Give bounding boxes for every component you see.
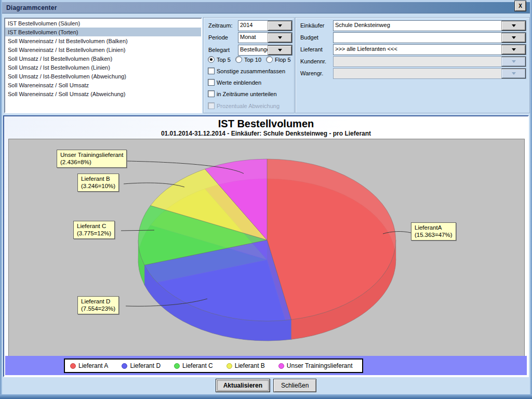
checkbox-werte[interactable]: Werte einblenden	[208, 79, 261, 86]
checkbox-zeitraeume[interactable]: in Zeiträume unterteilen	[208, 90, 277, 97]
selector-group: Einkäufer Schule Denksteinweg Budget Lie…	[295, 17, 530, 113]
legend-dot-icon	[174, 363, 180, 369]
legend-item: Lieferant B	[227, 362, 265, 369]
window-title: Diagrammcenter	[2, 4, 57, 11]
chart-type-option[interactable]: Soll Wareneinsatz / Ist Bestellvolumen (…	[5, 45, 201, 54]
periode-select[interactable]: Monat	[238, 32, 292, 43]
legend-item: Lieferant D	[122, 362, 161, 369]
radio-flop5[interactable]: Flop 5	[266, 56, 291, 63]
dropdown-arrow-icon[interactable]	[268, 33, 292, 43]
kundennr-value	[334, 57, 501, 66]
checkbox-icon[interactable]	[208, 68, 215, 74]
radio-top5[interactable]: Top 5	[208, 56, 231, 63]
legend-label: Lieferant A	[78, 362, 108, 369]
lieferant-value: >>> alle Lieferanten <<<	[334, 45, 501, 55]
close-button[interactable]: X	[515, 1, 526, 11]
zeitraum-select[interactable]: 2014	[238, 20, 292, 31]
chart-title: IST Bestellvolumen	[4, 118, 528, 130]
chart-type-option[interactable]: Soll Wareneinsatz / Soll Umsatz	[5, 81, 201, 89]
aktualisieren-button[interactable]: Aktualisieren	[216, 379, 270, 392]
callout-lieferant-b: Lieferant B(3.246=10%)	[77, 174, 119, 192]
legend-label: Lieferant B	[235, 362, 265, 369]
close-icon: X	[518, 3, 522, 9]
chart-type-option[interactable]: Soll Wareneinsatz / Ist Bestellvolumen (…	[5, 36, 201, 45]
warengr-select	[333, 68, 526, 79]
kundennr-select	[333, 56, 526, 67]
schliessen-button[interactable]: Schließen	[273, 379, 316, 392]
dropdown-arrow-icon[interactable]	[501, 21, 526, 31]
belegart-select[interactable]: Bestellungen	[238, 45, 292, 56]
chart-type-option[interactable]: Soll Wareneinsatz / Soll Umsatz (Abweich…	[5, 89, 201, 98]
callout-trainingslieferant: Unser Trainingslieferant(2.436=8%)	[57, 150, 127, 168]
legend-strip: Lieferant ALieferant DLieferant CLiefera…	[5, 356, 527, 375]
legend-item: Lieferant C	[174, 362, 213, 369]
checkbox-icon[interactable]	[208, 90, 215, 97]
filter-group: Zeitraum: 2014 Periode Monat Belegart Be…	[203, 17, 295, 113]
belegart-value: Bestellungen	[238, 45, 268, 55]
dropdown-arrow-icon	[501, 69, 526, 78]
chart-type-listbox[interactable]: IST Bestellvolumen (Säulen)IST Bestellvo…	[4, 18, 202, 113]
checkbox-sonstige[interactable]: Sonstige zusammenfassen	[208, 68, 285, 74]
dropdown-arrow-icon[interactable]	[501, 45, 526, 55]
chart-type-option[interactable]: IST Bestellvolumen (Säulen)	[5, 19, 201, 28]
window-frame-bottom	[0, 394, 532, 399]
legend-label: Lieferant D	[130, 362, 161, 369]
chart-type-option[interactable]: Soll Umsatz / Ist Bestellvolumen (Balken…	[5, 54, 201, 63]
zeitraum-value: 2014	[238, 21, 268, 31]
zeitraum-label: Zeitraum:	[208, 22, 232, 29]
legend-dot-icon	[227, 363, 232, 369]
lieferant-select[interactable]: >>> alle Lieferanten <<<	[333, 44, 526, 55]
chart-type-option[interactable]: Soll Umsatz / Ist Bestellvolumen (Linien…	[5, 63, 201, 72]
callout-lieferant-c: Lieferant C(3.775=12%)	[73, 221, 115, 239]
periode-value: Monat	[238, 33, 268, 43]
kundennr-label: Kundennr.	[300, 58, 326, 64]
legend-item: Lieferant A	[70, 362, 108, 369]
warengr-value	[334, 69, 501, 78]
dropdown-arrow-icon[interactable]	[268, 21, 292, 31]
plot-area: Unser Trainingslieferant(2.436=8%) Liefe…	[8, 139, 525, 358]
chart-legend: Lieferant ALieferant DLieferant CLiefera…	[64, 358, 363, 373]
einkaeufer-value: Schule Denksteinweg	[334, 21, 501, 31]
callout-lieferant-a: LieferantA(15.363=47%)	[411, 222, 456, 241]
dropdown-arrow-icon[interactable]	[501, 33, 526, 43]
radio-icon[interactable]	[235, 56, 242, 63]
chart-type-option[interactable]: IST Bestellvolumen (Torten)	[5, 28, 201, 36]
legend-label: Unser Trainingslieferant	[287, 362, 353, 369]
belegart-label: Belegart	[208, 47, 230, 53]
periode-label: Periode	[208, 34, 228, 41]
budget-select[interactable]	[333, 32, 526, 43]
pie-chart	[138, 159, 396, 341]
radio-top10[interactable]: Top 10	[235, 56, 261, 63]
chart-subtitle: 01.01.2014-31.12.2014 - Einkäufer: Schul…	[4, 130, 528, 137]
einkaeufer-select[interactable]: Schule Denksteinweg	[333, 20, 526, 31]
warengr-label: Warengr.	[300, 70, 323, 76]
checkbox-icon[interactable]	[208, 79, 215, 86]
checkbox-icon	[208, 102, 215, 109]
budget-value	[334, 33, 501, 43]
footer: Aktualisieren Schließen	[0, 379, 532, 392]
legend-dot-icon	[278, 363, 284, 369]
window-frame-left	[0, 0, 2, 399]
checkbox-prozentuale: Prozentuale Abweichung	[208, 102, 280, 109]
budget-label: Budget	[300, 34, 318, 41]
dropdown-arrow-icon	[501, 57, 526, 66]
window-title-bar: Diagrammcenter	[2, 2, 530, 14]
chart-panel: IST Bestellvolumen 01.01.2014-31.12.2014…	[3, 115, 529, 377]
callout-lieferant-d: Lieferant D(7.554=23%)	[77, 296, 119, 314]
pie-svg	[9, 139, 524, 357]
legend-dot-icon	[122, 363, 127, 369]
dropdown-arrow-icon[interactable]	[268, 45, 292, 55]
chart-type-option[interactable]: Soll Umsatz / Ist-Bestellvolumen (Abweic…	[5, 72, 201, 81]
lieferant-label: Lieferant	[300, 46, 323, 52]
einkaeufer-label: Einkäufer	[300, 22, 324, 29]
legend-item: Unser Trainingslieferant	[278, 362, 353, 369]
radio-icon[interactable]	[208, 56, 215, 63]
radio-icon[interactable]	[266, 56, 273, 63]
legend-label: Lieferant C	[182, 362, 213, 369]
legend-dot-icon	[70, 363, 76, 369]
window-frame-right	[530, 0, 532, 399]
